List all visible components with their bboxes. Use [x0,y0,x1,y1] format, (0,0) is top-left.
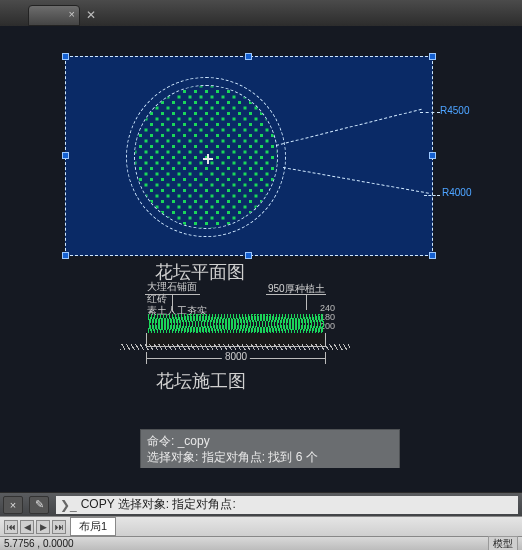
title-bar: × ✕ [0,0,522,26]
grip-bottom-right[interactable] [429,252,436,259]
coordinate-readout: 5.7756 , 0.0000 [4,538,74,549]
radius-leader-inner [283,167,429,194]
new-tab-icon[interactable]: ✕ [86,8,96,22]
nav-last-icon[interactable]: ⏭ [52,520,66,534]
radius-leader-outer [420,112,440,113]
figure-title-section: 花坛施工图 [156,369,246,393]
annotation-leader [266,294,326,295]
command-config-icon[interactable]: ✎ [29,496,49,514]
command-history-line: 选择对象: 指定对角点: 找到 6 个 [147,449,393,465]
grip-top-left[interactable] [62,53,69,60]
annotation-leader [306,294,307,310]
grass-hatch [148,314,324,334]
command-line-bar: × ✎ ❯_ COPY 选择对象: 指定对角点: [0,492,522,516]
command-history: 命令: _copy 选择对象: 指定对角点: 找到 6 个 [140,429,400,468]
selection-box[interactable]: R4500 R4000 [65,56,433,256]
dimension-value: 8000 [222,351,250,362]
command-input[interactable]: ❯_ COPY 选择对象: 指定对角点: [56,496,518,514]
annotation-leader [172,294,173,312]
nav-first-icon[interactable]: ⏮ [4,520,18,534]
ground-hatch [120,344,350,350]
status-bar: 5.7756 , 0.0000 模型 [0,536,522,550]
status-button-model[interactable]: 模型 [488,536,518,551]
dimension-width: 8000 [146,352,326,364]
grip-mid-top[interactable] [245,53,252,60]
command-history-line: 命令: _copy [147,433,393,449]
grip-mid-right[interactable] [429,152,436,159]
command-text: COPY 选择对象: 指定对角点: [81,496,236,513]
radius-label-inner: R4000 [442,187,471,198]
radius-leader-inner [424,195,440,196]
radius-leader-outer [276,109,422,146]
nav-next-icon[interactable]: ▶ [36,520,50,534]
center-mark-icon [203,154,213,164]
close-tab-icon[interactable]: × [69,8,75,20]
command-prompt-icon: ❯_ [60,498,77,512]
nav-prev-icon[interactable]: ◀ [20,520,34,534]
grip-mid-bottom[interactable] [245,252,252,259]
layout-tab-bar: ⏮ ◀ ▶ ⏭ 布局1 [0,516,522,536]
radius-label-outer: R4500 [440,105,469,116]
layout-tab[interactable]: 布局1 [70,517,116,536]
grip-bottom-left[interactable] [62,252,69,259]
grip-top-right[interactable] [429,53,436,60]
model-space[interactable]: R4500 R4000 花坛平面图 大理石铺面 红砖 素土人工夯实 950厚种植… [0,26,522,492]
annotation-line: 大理石铺面 [147,281,207,293]
document-tab[interactable]: × [28,5,80,26]
section-drawing[interactable] [146,311,326,347]
command-close-icon[interactable]: × [3,496,23,514]
grip-mid-left[interactable] [62,152,69,159]
